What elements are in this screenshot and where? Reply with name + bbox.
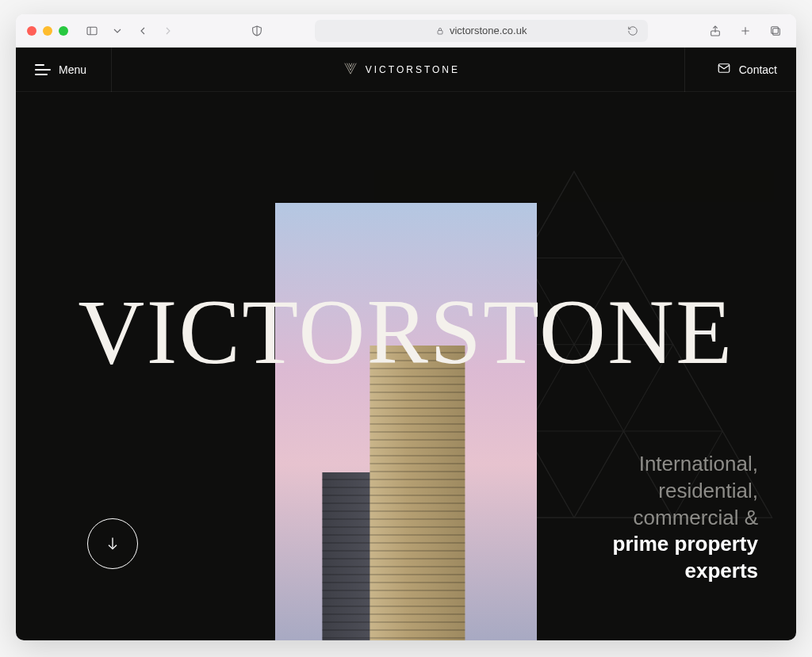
window-controls xyxy=(27,26,68,36)
tagline-line: International, xyxy=(613,451,759,478)
page-content: Menu VICTORSTONE Contact xyxy=(16,48,796,640)
chevron-down-icon[interactable] xyxy=(108,21,127,40)
tagline-line: commercial & xyxy=(613,505,759,532)
mail-icon xyxy=(717,61,731,78)
brand-name: VICTORSTONE xyxy=(366,64,460,75)
svg-rect-8 xyxy=(718,64,730,73)
arrow-down-icon xyxy=(105,535,121,552)
hamburger-icon xyxy=(35,64,51,75)
reload-button[interactable] xyxy=(627,25,638,36)
address-bar[interactable]: victorstone.co.uk xyxy=(315,20,648,42)
lock-icon xyxy=(435,26,445,36)
contact-button[interactable]: Contact xyxy=(717,61,777,78)
browser-window: victorstone.co.uk Menu xyxy=(16,14,796,640)
share-button[interactable] xyxy=(706,21,725,40)
window-zoom-button[interactable] xyxy=(59,26,68,36)
building-illustration xyxy=(322,346,496,640)
scroll-down-button[interactable] xyxy=(87,518,138,569)
url-text: victorstone.co.uk xyxy=(450,25,527,36)
svg-rect-0 xyxy=(87,27,97,34)
svg-rect-6 xyxy=(773,28,780,35)
new-tab-button[interactable] xyxy=(736,21,755,40)
window-minimize-button[interactable] xyxy=(43,26,52,36)
privacy-shield-button[interactable] xyxy=(247,21,266,40)
hero-title: VICTORSTONE xyxy=(16,286,796,378)
logo-mark-icon xyxy=(343,61,358,78)
forward-button[interactable] xyxy=(159,21,178,40)
back-button[interactable] xyxy=(133,21,152,40)
brand-logo[interactable]: VICTORSTONE xyxy=(343,61,460,78)
menu-label: Menu xyxy=(59,63,86,76)
tagline-line: prime property xyxy=(613,531,759,558)
svg-rect-2 xyxy=(438,30,442,34)
tagline-line: residential, xyxy=(613,478,759,505)
hero-tagline: International, residential, commercial &… xyxy=(613,451,759,585)
tagline-line: experts xyxy=(613,558,759,585)
hero-section: VICTORSTONE International, residential, … xyxy=(16,92,796,640)
divider xyxy=(684,48,685,92)
sidebar-toggle-button[interactable] xyxy=(82,21,102,40)
divider xyxy=(111,48,112,92)
browser-toolbar: victorstone.co.uk xyxy=(16,14,796,48)
svg-rect-7 xyxy=(772,26,779,33)
contact-label: Contact xyxy=(739,63,777,76)
hero-image xyxy=(275,203,537,640)
site-header: Menu VICTORSTONE Contact xyxy=(16,48,796,92)
menu-button[interactable]: Menu xyxy=(35,63,86,76)
tabs-overview-button[interactable] xyxy=(766,21,785,40)
window-close-button[interactable] xyxy=(27,26,36,36)
